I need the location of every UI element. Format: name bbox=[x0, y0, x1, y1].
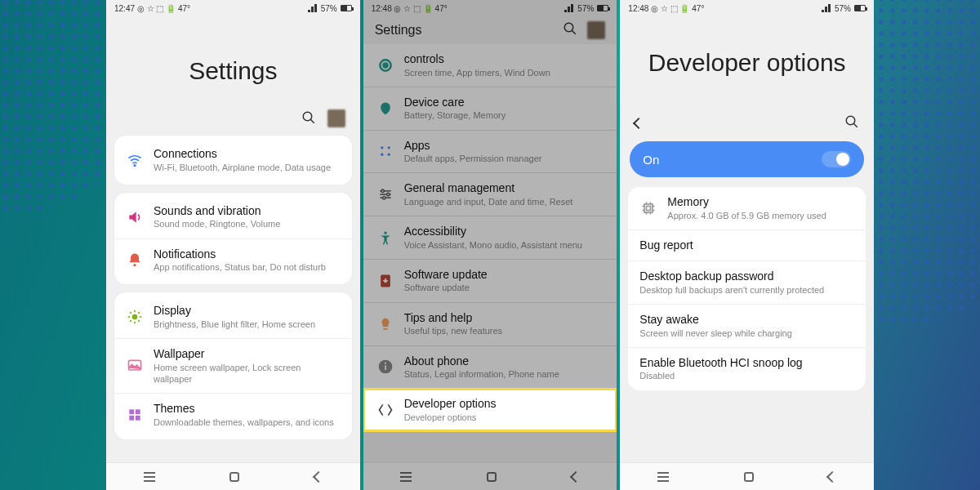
recents-button[interactable] bbox=[400, 476, 412, 478]
settings-item-wallpaper[interactable]: WallpaperHome screen wallpaper, Lock scr… bbox=[114, 338, 352, 393]
settings-item-sounds-and-vibration[interactable]: Sounds and vibrationSound mode, Ringtone… bbox=[114, 196, 352, 238]
svg-point-22 bbox=[381, 147, 383, 149]
signal-icon bbox=[308, 4, 318, 12]
display-icon bbox=[126, 308, 144, 326]
settings-item-accessibility[interactable]: AccessibilityVoice Assistant, Mono audio… bbox=[363, 216, 617, 260]
toggle-on-icon[interactable] bbox=[822, 151, 851, 167]
svg-rect-36 bbox=[385, 366, 386, 371]
settings-item-about-phone[interactable]: About phoneStatus, Legal information, Ph… bbox=[363, 346, 617, 390]
svg-rect-17 bbox=[136, 416, 140, 421]
wifi-icon bbox=[126, 151, 144, 169]
svg-point-18 bbox=[565, 23, 574, 32]
search-icon[interactable] bbox=[563, 21, 577, 39]
settings-item-device-care[interactable]: Device careBattery, Storage, Memory bbox=[363, 87, 617, 131]
svg-point-21 bbox=[383, 63, 387, 67]
svg-point-23 bbox=[387, 147, 390, 149]
settings-item-desktop-backup-password[interactable]: Desktop backup passwordDesktop full back… bbox=[628, 261, 866, 305]
wallpaper-icon bbox=[126, 357, 144, 375]
svg-point-4 bbox=[132, 314, 138, 320]
back-icon[interactable] bbox=[633, 117, 644, 128]
home-button[interactable] bbox=[487, 472, 497, 482]
svg-line-19 bbox=[572, 30, 577, 34]
svg-point-32 bbox=[384, 232, 386, 234]
svg-line-1 bbox=[310, 119, 314, 123]
sound-icon bbox=[126, 208, 144, 226]
settings-item-apps[interactable]: AppsDefault apps, Permission manager bbox=[363, 131, 617, 174]
status-bar: 12:47 ◎ ☆ ⬚ 🔋 47° 57% bbox=[106, 0, 360, 16]
home-button[interactable] bbox=[229, 472, 239, 482]
screen-settings-scroll: 12:48 ◎ ☆ ⬚ 🔋 47° 57% Settings controlsS… bbox=[363, 0, 617, 490]
settings-item-connections[interactable]: ConnectionsWi-Fi, Bluetooth, Airplane mo… bbox=[114, 139, 352, 181]
settings-item-software-update[interactable]: Software updateSoftware update bbox=[363, 260, 617, 303]
search-icon[interactable] bbox=[301, 110, 316, 127]
recents-button[interactable] bbox=[657, 476, 669, 478]
svg-rect-14 bbox=[129, 410, 134, 415]
system-navbar[interactable] bbox=[620, 462, 874, 490]
svg-point-29 bbox=[381, 189, 384, 192]
code-icon bbox=[376, 401, 394, 419]
status-bar: 12:48 ◎ ☆ ⬚ 🔋 47° 57% bbox=[363, 0, 617, 16]
settings-item-general-management[interactable]: General managementLanguage and input, Da… bbox=[363, 173, 617, 216]
svg-point-24 bbox=[381, 154, 383, 156]
page-title: Developer options bbox=[620, 16, 874, 108]
about-icon bbox=[376, 358, 394, 376]
apps-icon bbox=[376, 142, 394, 160]
profile-avatar[interactable] bbox=[327, 109, 345, 127]
home-button[interactable] bbox=[744, 472, 754, 482]
svg-rect-41 bbox=[647, 206, 651, 210]
settings-item-tips-and-help[interactable]: Tips and helpUseful tips, new features bbox=[363, 303, 617, 346]
svg-point-37 bbox=[385, 363, 386, 364]
search-icon[interactable] bbox=[844, 114, 859, 131]
back-button[interactable] bbox=[313, 470, 324, 482]
access-icon bbox=[376, 229, 394, 247]
svg-point-31 bbox=[382, 197, 385, 199]
svg-point-30 bbox=[386, 194, 389, 196]
back-button[interactable] bbox=[826, 470, 838, 482]
recents-button[interactable] bbox=[144, 476, 155, 478]
svg-point-3 bbox=[133, 264, 136, 266]
profile-avatar[interactable] bbox=[587, 21, 605, 39]
settings-item-bug-report[interactable]: Bug report bbox=[628, 230, 866, 262]
settings-item-developer-options[interactable]: Developer optionsDeveloper options bbox=[363, 389, 617, 431]
screen-developer-options: 12:48 ◎ ☆ ⬚ 🔋 47° 57% Developer options … bbox=[620, 0, 874, 490]
svg-line-12 bbox=[138, 312, 140, 314]
devicecare-icon bbox=[376, 100, 394, 118]
svg-point-0 bbox=[303, 112, 312, 121]
svg-point-2 bbox=[134, 165, 136, 167]
svg-line-10 bbox=[138, 320, 140, 322]
page-title: Settings bbox=[106, 16, 360, 109]
screen-settings-main: 12:47 ◎ ☆ ⬚ 🔋 47° 57% Settings Connectio… bbox=[106, 0, 360, 490]
master-toggle[interactable]: On bbox=[630, 141, 864, 177]
settings-item-stay-awake[interactable]: Stay awakeScreen will never sleep while … bbox=[628, 305, 866, 348]
wellbeing-icon bbox=[376, 56, 394, 74]
svg-line-39 bbox=[853, 123, 858, 127]
svg-line-9 bbox=[130, 312, 131, 314]
bell-icon bbox=[126, 251, 144, 269]
general-icon bbox=[376, 185, 394, 203]
page-title: Settings bbox=[375, 23, 422, 38]
svg-point-38 bbox=[846, 116, 855, 125]
settings-item-controls[interactable]: controlsScreen time, App timers, Wind Do… bbox=[363, 44, 617, 87]
svg-line-11 bbox=[130, 320, 131, 322]
system-navbar[interactable] bbox=[363, 462, 617, 490]
svg-rect-40 bbox=[644, 204, 653, 212]
tips-icon bbox=[376, 315, 394, 333]
svg-rect-15 bbox=[136, 410, 140, 415]
settings-item-enable-bluetooth-hci-snoop-log[interactable]: Enable Bluetooth HCI snoop logDisabled bbox=[628, 348, 866, 390]
themes-icon bbox=[126, 406, 144, 424]
back-button[interactable] bbox=[569, 470, 581, 482]
update-icon bbox=[376, 272, 394, 290]
settings-item-memory[interactable]: MemoryApprox. 4.0 GB of 5.9 GB memory us… bbox=[628, 187, 866, 230]
settings-item-themes[interactable]: ThemesDownloadable themes, wallpapers, a… bbox=[114, 393, 352, 436]
svg-point-25 bbox=[387, 154, 390, 156]
svg-rect-16 bbox=[129, 416, 134, 421]
svg-rect-34 bbox=[383, 328, 387, 330]
status-bar: 12:48 ◎ ☆ ⬚ 🔋 47° 57% bbox=[620, 0, 874, 16]
settings-item-display[interactable]: DisplayBrightness, Blue light filter, Ho… bbox=[114, 296, 352, 338]
memory-icon bbox=[639, 199, 657, 217]
settings-item-notifications[interactable]: NotificationsApp notifications, Status b… bbox=[114, 238, 352, 282]
system-navbar[interactable] bbox=[106, 462, 360, 490]
